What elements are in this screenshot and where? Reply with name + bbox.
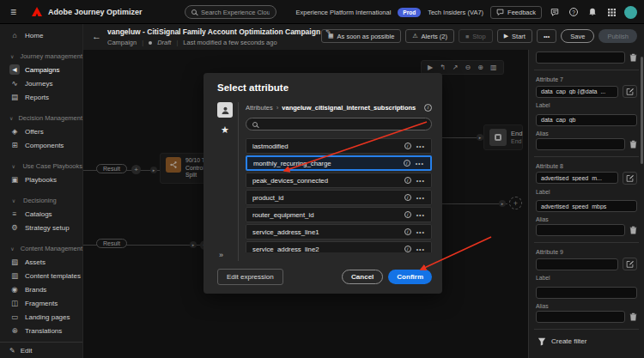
- attribute-search[interactable]: [246, 118, 432, 130]
- label-field[interactable]: [536, 114, 637, 126]
- help-icon[interactable]: ?: [568, 6, 580, 18]
- schedule-button[interactable]: ▦ As soon as possible: [321, 29, 401, 43]
- breadcrumb-root[interactable]: Attributes: [246, 104, 273, 112]
- sidebar-item[interactable]: ∿ Journeys: [0, 76, 82, 90]
- alias-field[interactable]: [536, 224, 625, 236]
- alias-field[interactable]: [536, 52, 625, 64]
- edit-expression-icon[interactable]: [623, 258, 637, 270]
- chat-icon[interactable]: [549, 6, 561, 18]
- info-icon[interactable]: i: [404, 143, 411, 149]
- fit-view-icon[interactable]: ↗: [453, 64, 459, 71]
- attribute-row[interactable]: monthly_recurring_charge i •••: [246, 155, 432, 171]
- start-button[interactable]: ▶ Start: [497, 29, 532, 43]
- more-actions-button[interactable]: •••: [537, 29, 556, 43]
- attribute-row[interactable]: peak_devices_connected i •••: [246, 173, 432, 188]
- edit-expression-icon[interactable]: [623, 172, 637, 185]
- scrollbar[interactable]: [641, 57, 643, 164]
- profile-attributes-icon[interactable]: [217, 102, 233, 118]
- info-icon[interactable]: i: [404, 228, 411, 235]
- publish-button[interactable]: Publish: [598, 29, 637, 43]
- sidebar-item[interactable]: ∨ Content Management: [0, 241, 82, 255]
- sidebar-item[interactable]: ◫ Fragments: [0, 296, 82, 310]
- info-icon[interactable]: i: [424, 104, 432, 112]
- row-more-icon[interactable]: •••: [416, 178, 425, 184]
- add-node-button[interactable]: +: [131, 165, 141, 174]
- pointer-icon[interactable]: ▶: [428, 64, 433, 71]
- attribute-value-field[interactable]: [536, 172, 618, 184]
- label-field[interactable]: [536, 287, 637, 299]
- attribute-row[interactable]: service_address_line2 i •••: [246, 241, 432, 252]
- zoom-in-icon[interactable]: ⊕: [477, 64, 483, 71]
- app-switcher-icon[interactable]: [605, 6, 617, 18]
- result-badge[interactable]: Result: [96, 164, 127, 173]
- stop-button[interactable]: ■ Stop: [459, 29, 493, 43]
- sidebar-item[interactable]: ∨ Journey management: [0, 49, 82, 63]
- alerts-button[interactable]: ⚠ Alerts (2): [405, 29, 454, 43]
- row-more-icon[interactable]: •••: [416, 229, 425, 235]
- label-field[interactable]: [536, 200, 637, 212]
- sidebar-item[interactable]: ◈ Offers: [0, 124, 82, 138]
- collapse-rail-icon[interactable]: »: [219, 251, 223, 259]
- row-more-icon[interactable]: •••: [416, 161, 424, 167]
- sidebar-item[interactable]: ▭ Landing pages: [0, 310, 82, 324]
- end-node[interactable]: End End: [483, 124, 523, 150]
- alias-field[interactable]: [536, 138, 625, 150]
- sidebar-edit-button[interactable]: ✎ Edit: [0, 342, 82, 358]
- info-icon[interactable]: i: [404, 211, 411, 218]
- attribute-row[interactable]: router_equipment_id i •••: [246, 207, 432, 222]
- sidebar-item[interactable]: ∨ Use Case Playbooks: [0, 159, 82, 173]
- edit-expression-icon[interactable]: [623, 85, 637, 98]
- tenant-name[interactable]: Tech Insiders (VA7): [428, 9, 483, 16]
- confirm-button[interactable]: Confirm: [388, 270, 432, 284]
- sidebar-item[interactable]: ∨ Decisioning: [0, 193, 82, 207]
- sidebar-item[interactable]: ⚙ Strategy setup: [0, 221, 82, 234]
- row-more-icon[interactable]: •••: [416, 195, 425, 201]
- row-more-icon[interactable]: •••: [416, 143, 425, 149]
- info-icon[interactable]: i: [404, 177, 411, 184]
- sidebar-item[interactable]: ⊕ Translations: [0, 324, 82, 337]
- global-search-input[interactable]: [201, 9, 270, 16]
- row-more-icon[interactable]: •••: [416, 246, 425, 252]
- sidebar-item[interactable]: ◄ Campaigns: [0, 63, 82, 76]
- org-name[interactable]: Experience Platform International: [295, 9, 391, 16]
- sidebar-item[interactable]: ▣ Playbooks: [0, 173, 82, 186]
- back-icon[interactable]: ←: [92, 31, 101, 41]
- sidebar-item[interactable]: ◉ Brands: [0, 282, 82, 296]
- sidebar-item[interactable]: ⌂ Home: [0, 28, 82, 42]
- attribute-row[interactable]: service_address_line1 i •••: [246, 224, 432, 240]
- attribute-value-field[interactable]: [536, 258, 618, 270]
- sidebar-item[interactable]: ∨ Decision Management: [0, 111, 82, 124]
- trash-icon[interactable]: [629, 53, 637, 62]
- row-more-icon[interactable]: •••: [416, 212, 425, 218]
- trash-icon[interactable]: [629, 226, 637, 234]
- info-icon[interactable]: i: [404, 194, 411, 201]
- alias-field[interactable]: [536, 311, 625, 323]
- info-icon[interactable]: i: [404, 160, 410, 167]
- attribute-search-input[interactable]: [262, 120, 425, 128]
- attribute-value-field[interactable]: [536, 86, 618, 98]
- undo-icon[interactable]: ↰: [440, 64, 446, 71]
- avatar[interactable]: [624, 6, 637, 19]
- add-node-placeholder[interactable]: +: [509, 197, 522, 209]
- sidebar-item[interactable]: ⊞ Components: [0, 138, 82, 152]
- attribute-row[interactable]: lastmodified i •••: [246, 138, 432, 154]
- bell-icon[interactable]: [586, 6, 598, 18]
- panel-icon[interactable]: ▥: [490, 64, 497, 71]
- trash-icon[interactable]: [629, 312, 637, 321]
- sidebar-item[interactable]: ≡ Catalogs: [0, 207, 82, 221]
- info-icon[interactable]: i: [404, 246, 411, 252]
- edit-expression-button[interactable]: Edit expression: [217, 269, 283, 285]
- create-filter-button[interactable]: Create filter: [536, 330, 637, 354]
- trash-icon[interactable]: [629, 140, 637, 149]
- global-search[interactable]: [185, 5, 276, 19]
- menu-icon[interactable]: ≡: [10, 6, 16, 18]
- feedback-button[interactable]: Feedback: [490, 6, 542, 19]
- save-button[interactable]: Save: [561, 29, 594, 43]
- cancel-button[interactable]: Cancel: [342, 270, 383, 284]
- result-badge[interactable]: Result: [96, 239, 127, 248]
- sidebar-item[interactable]: ▤ Reports: [0, 90, 82, 104]
- zoom-out-icon[interactable]: ⊖: [465, 64, 471, 71]
- sidebar-item[interactable]: ▧ Assets: [0, 255, 82, 269]
- sidebar-item[interactable]: ▥ Content templates: [0, 269, 82, 282]
- attribute-row[interactable]: product_id i •••: [246, 190, 432, 205]
